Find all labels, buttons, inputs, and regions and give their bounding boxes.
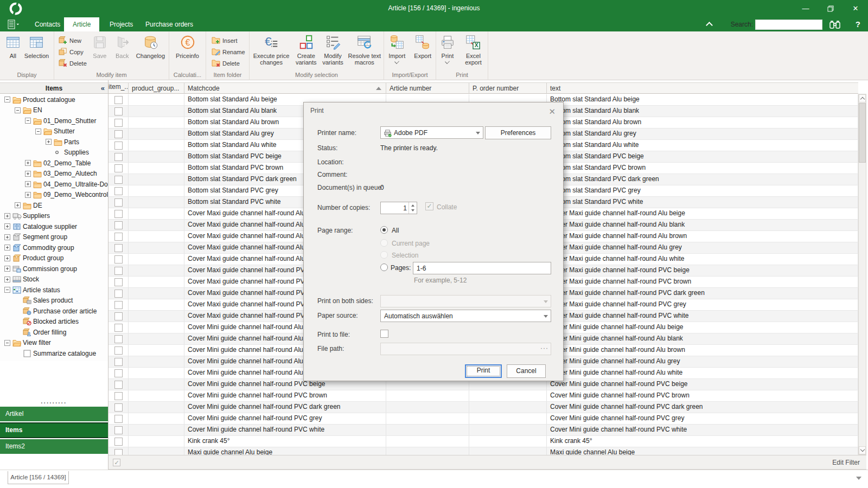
tab-projects[interactable]: Projects	[101, 17, 142, 31]
selection-button[interactable]: Selection	[24, 33, 49, 71]
tree-item-blocked-articles[interactable]: Blocked articles	[0, 317, 108, 328]
tree-item-stock[interactable]: Stock	[0, 274, 108, 285]
tree-item-commission-group[interactable]: Commission group	[0, 264, 108, 274]
print-confirm-button[interactable]: Print	[465, 364, 502, 378]
tree-expand-icon[interactable]	[4, 255, 12, 261]
import-dropdown-icon[interactable]	[394, 59, 399, 64]
tree-expand-icon[interactable]	[4, 266, 12, 272]
column-header-matchcode[interactable]: Matchcode	[184, 83, 386, 93]
scrollbar-thumb[interactable]	[859, 103, 866, 163]
row-checkbox[interactable]	[114, 426, 123, 434]
tree-item-product-catalogue[interactable]: Product catalogue	[0, 94, 108, 105]
new-button[interactable]: New	[59, 35, 88, 46]
tree-item-view-filter[interactable]: View filter	[0, 338, 108, 349]
column-header-product-group[interactable]: product_group...	[129, 83, 184, 93]
range-selection-radio[interactable]	[380, 251, 388, 259]
collapse-sidebar-icon[interactable]: «	[101, 84, 105, 92]
tree-expand-icon[interactable]	[4, 277, 12, 282]
row-checkbox[interactable]	[114, 187, 123, 195]
tree-item-09-demo-webcontrols[interactable]: 09_Demo_Webcontrols	[0, 190, 108, 201]
table-row[interactable]: Cover Mini guide channel half-round PVC …	[108, 402, 858, 413]
tree-collapse-icon[interactable]	[35, 129, 43, 134]
row-checkbox[interactable]	[114, 335, 123, 343]
print-button-ribbon[interactable]: Print	[437, 33, 458, 71]
copy-button[interactable]: Copy	[59, 46, 88, 57]
row-checkbox[interactable]	[114, 221, 123, 229]
excel-export-button[interactable]: X Excel export	[460, 33, 487, 71]
document-tab[interactable]: Article [156 / 14369]	[8, 471, 69, 484]
rename-folder-button[interactable]: Rename	[212, 46, 245, 57]
spin-up-icon[interactable]	[411, 204, 414, 207]
tree-expand-icon[interactable]	[15, 202, 23, 208]
tree-item-product-group[interactable]: Product group	[0, 253, 108, 264]
tree-item-sales-product[interactable]: Sales product	[0, 296, 108, 306]
tree-item-en[interactable]: EN	[0, 105, 108, 116]
tree-item-parts[interactable]: Parts	[0, 137, 108, 147]
resolve-text-macros-button[interactable]: Resolve text macros	[347, 33, 382, 71]
table-row[interactable]: Cover Mini guide channel half-round PVC …	[108, 425, 858, 436]
tree-item-order-filling[interactable]: Order filling	[0, 327, 108, 338]
tree-item-02-demo-table[interactable]: 02_Demo_Table	[0, 158, 108, 169]
tree-item-01-demo-shutter[interactable]: 01_Demo_Shutter	[0, 115, 108, 126]
delete-folder-button[interactable]: Delete	[212, 57, 245, 69]
help-icon[interactable]: ?	[856, 20, 860, 29]
row-checkbox[interactable]	[114, 119, 123, 127]
tree-expand-icon[interactable]	[46, 139, 54, 145]
tree-item-shutter[interactable]: Shutter	[0, 126, 108, 137]
scroll-up-icon[interactable]	[859, 94, 866, 102]
row-checkbox[interactable]	[114, 130, 123, 138]
paper-source-select[interactable]: Automatisch auswählen	[380, 310, 551, 322]
all-button[interactable]: All	[5, 33, 21, 71]
row-checkbox[interactable]	[114, 438, 123, 446]
import-button[interactable]: Import	[385, 33, 409, 71]
row-checkbox[interactable]	[114, 164, 123, 172]
collate-checkbox[interactable]: ✓	[425, 202, 433, 210]
search-icon[interactable]	[829, 19, 841, 31]
range-pages-radio[interactable]	[380, 264, 388, 271]
tree-expand-icon[interactable]	[25, 171, 33, 177]
row-checkbox[interactable]	[114, 233, 123, 241]
filter-active-checkbox[interactable]: ✓	[113, 459, 120, 466]
vertical-scrollbar[interactable]	[858, 94, 866, 455]
panel-splitter[interactable]: ·········	[0, 400, 108, 406]
panel-items[interactable]: Items	[0, 422, 108, 438]
row-checkbox[interactable]	[114, 255, 123, 264]
insert-folder-button[interactable]: Insert	[212, 35, 245, 46]
tree-collapse-icon[interactable]	[4, 340, 12, 346]
create-variants-button[interactable]: Create variants	[293, 33, 319, 71]
table-row[interactable]: Cover Mini guide channel half-round PVC …	[108, 413, 858, 425]
column-header-p-order-number[interactable]: P. order number	[469, 83, 547, 93]
file-path-input[interactable]: ···	[380, 343, 551, 355]
row-checkbox[interactable]	[114, 142, 123, 150]
search-input[interactable]	[755, 20, 822, 30]
tree-collapse-icon[interactable]	[4, 287, 12, 293]
tree-item-suppliers[interactable]: Suppliers	[0, 211, 108, 222]
tree-expand-icon[interactable]	[25, 192, 33, 198]
row-checkbox[interactable]	[114, 210, 123, 218]
scroll-down-icon[interactable]	[859, 446, 866, 454]
range-current-page-radio[interactable]	[380, 239, 388, 247]
tree-item-03-demo-alutech[interactable]: 03_Demo_Alutech	[0, 169, 108, 179]
export-button[interactable]: Export	[411, 33, 435, 71]
tab-contacts[interactable]: Contacts	[26, 17, 69, 31]
tree-item-purchase-order-article[interactable]: Purchase order article	[0, 306, 108, 317]
collapse-ribbon-icon[interactable]	[706, 22, 713, 29]
edit-filter-button[interactable]: Edit Filter	[832, 459, 860, 466]
row-checkbox[interactable]	[114, 267, 123, 275]
tree-collapse-icon[interactable]	[15, 107, 23, 113]
row-checkbox[interactable]	[114, 312, 123, 320]
tree-collapse-icon[interactable]	[4, 97, 12, 102]
tree-expand-icon[interactable]	[4, 223, 12, 229]
table-row[interactable]: Maxi guide channel Alu beigeMaxi guide c…	[108, 447, 858, 455]
spin-down-icon[interactable]	[411, 209, 414, 211]
app-menu-icon[interactable]	[7, 19, 23, 30]
column-header-article-number[interactable]: Article number	[386, 83, 469, 93]
tree-expand-icon[interactable]	[25, 160, 33, 166]
row-checkbox[interactable]	[114, 369, 123, 377]
row-checkbox[interactable]	[114, 176, 123, 184]
maximize-button[interactable]	[818, 0, 843, 17]
copies-stepper[interactable]: 1	[380, 202, 417, 214]
row-checkbox[interactable]	[114, 301, 123, 309]
save-button[interactable]: Save	[88, 33, 111, 71]
tree-item-04-demo-ultralite-doors[interactable]: 04_Demo_Ultralite-Doors	[0, 179, 108, 190]
